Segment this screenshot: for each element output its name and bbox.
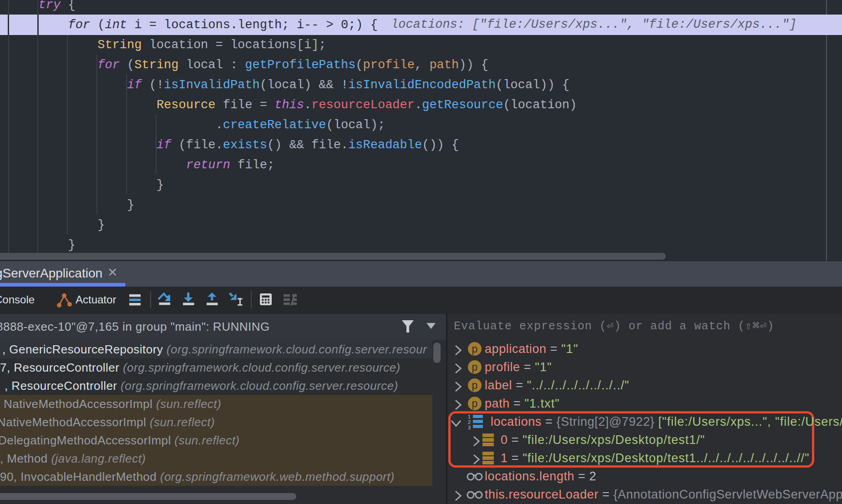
svg-text:3: 3 xyxy=(468,425,471,430)
svg-text:2: 2 xyxy=(468,419,471,425)
svg-text:1: 1 xyxy=(468,414,471,419)
